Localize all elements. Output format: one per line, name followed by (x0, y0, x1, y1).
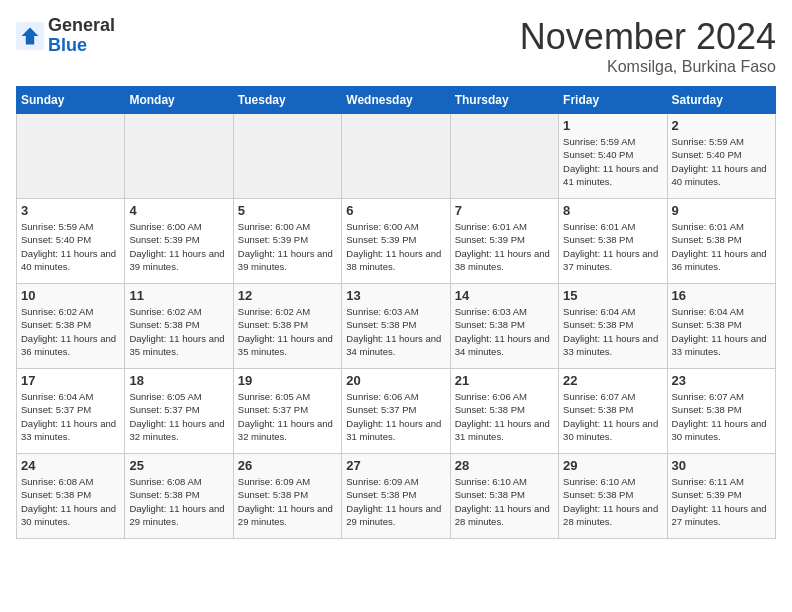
location: Komsilga, Burkina Faso (520, 58, 776, 76)
calendar-cell: 11Sunrise: 6:02 AM Sunset: 5:38 PM Dayli… (125, 284, 233, 369)
calendar-cell: 24Sunrise: 6:08 AM Sunset: 5:38 PM Dayli… (17, 454, 125, 539)
calendar-cell: 17Sunrise: 6:04 AM Sunset: 5:37 PM Dayli… (17, 369, 125, 454)
day-number: 24 (21, 458, 120, 473)
day-number: 4 (129, 203, 228, 218)
day-number: 28 (455, 458, 554, 473)
day-number: 15 (563, 288, 662, 303)
day-number: 19 (238, 373, 337, 388)
calendar-cell: 1Sunrise: 5:59 AM Sunset: 5:40 PM Daylig… (559, 114, 667, 199)
calendar-cell: 2Sunrise: 5:59 AM Sunset: 5:40 PM Daylig… (667, 114, 775, 199)
day-info: Sunrise: 6:02 AM Sunset: 5:38 PM Dayligh… (21, 305, 120, 358)
header-sunday: Sunday (17, 87, 125, 114)
calendar-cell: 9Sunrise: 6:01 AM Sunset: 5:38 PM Daylig… (667, 199, 775, 284)
header-saturday: Saturday (667, 87, 775, 114)
day-info: Sunrise: 6:00 AM Sunset: 5:39 PM Dayligh… (238, 220, 337, 273)
day-info: Sunrise: 6:08 AM Sunset: 5:38 PM Dayligh… (129, 475, 228, 528)
day-number: 26 (238, 458, 337, 473)
day-info: Sunrise: 5:59 AM Sunset: 5:40 PM Dayligh… (672, 135, 771, 188)
day-number: 11 (129, 288, 228, 303)
day-info: Sunrise: 6:06 AM Sunset: 5:38 PM Dayligh… (455, 390, 554, 443)
calendar-cell: 18Sunrise: 6:05 AM Sunset: 5:37 PM Dayli… (125, 369, 233, 454)
day-info: Sunrise: 6:03 AM Sunset: 5:38 PM Dayligh… (346, 305, 445, 358)
day-info: Sunrise: 6:08 AM Sunset: 5:38 PM Dayligh… (21, 475, 120, 528)
calendar-cell: 7Sunrise: 6:01 AM Sunset: 5:39 PM Daylig… (450, 199, 558, 284)
day-info: Sunrise: 6:05 AM Sunset: 5:37 PM Dayligh… (238, 390, 337, 443)
day-number: 5 (238, 203, 337, 218)
day-number: 22 (563, 373, 662, 388)
calendar-table: Sunday Monday Tuesday Wednesday Thursday… (16, 86, 776, 539)
header-row: Sunday Monday Tuesday Wednesday Thursday… (17, 87, 776, 114)
calendar-cell: 10Sunrise: 6:02 AM Sunset: 5:38 PM Dayli… (17, 284, 125, 369)
month-title: November 2024 (520, 16, 776, 58)
calendar-cell: 25Sunrise: 6:08 AM Sunset: 5:38 PM Dayli… (125, 454, 233, 539)
day-number: 14 (455, 288, 554, 303)
day-info: Sunrise: 6:03 AM Sunset: 5:38 PM Dayligh… (455, 305, 554, 358)
calendar-cell: 22Sunrise: 6:07 AM Sunset: 5:38 PM Dayli… (559, 369, 667, 454)
title-section: November 2024 Komsilga, Burkina Faso (520, 16, 776, 76)
day-number: 10 (21, 288, 120, 303)
calendar-body: 1Sunrise: 5:59 AM Sunset: 5:40 PM Daylig… (17, 114, 776, 539)
logo-general-text: General (48, 16, 115, 36)
day-number: 8 (563, 203, 662, 218)
logo: General Blue (16, 16, 115, 56)
calendar-cell: 5Sunrise: 6:00 AM Sunset: 5:39 PM Daylig… (233, 199, 341, 284)
logo-icon (16, 22, 44, 50)
page-header: General Blue November 2024 Komsilga, Bur… (16, 16, 776, 76)
header-wednesday: Wednesday (342, 87, 450, 114)
day-number: 13 (346, 288, 445, 303)
day-info: Sunrise: 6:07 AM Sunset: 5:38 PM Dayligh… (563, 390, 662, 443)
day-info: Sunrise: 6:09 AM Sunset: 5:38 PM Dayligh… (238, 475, 337, 528)
calendar-cell: 14Sunrise: 6:03 AM Sunset: 5:38 PM Dayli… (450, 284, 558, 369)
day-number: 3 (21, 203, 120, 218)
calendar-week-3: 10Sunrise: 6:02 AM Sunset: 5:38 PM Dayli… (17, 284, 776, 369)
day-number: 9 (672, 203, 771, 218)
calendar-cell: 13Sunrise: 6:03 AM Sunset: 5:38 PM Dayli… (342, 284, 450, 369)
calendar-week-1: 1Sunrise: 5:59 AM Sunset: 5:40 PM Daylig… (17, 114, 776, 199)
calendar-cell: 23Sunrise: 6:07 AM Sunset: 5:38 PM Dayli… (667, 369, 775, 454)
header-monday: Monday (125, 87, 233, 114)
day-info: Sunrise: 6:04 AM Sunset: 5:38 PM Dayligh… (672, 305, 771, 358)
day-info: Sunrise: 6:11 AM Sunset: 5:39 PM Dayligh… (672, 475, 771, 528)
calendar-week-4: 17Sunrise: 6:04 AM Sunset: 5:37 PM Dayli… (17, 369, 776, 454)
calendar-header: Sunday Monday Tuesday Wednesday Thursday… (17, 87, 776, 114)
header-tuesday: Tuesday (233, 87, 341, 114)
day-number: 2 (672, 118, 771, 133)
calendar-cell (125, 114, 233, 199)
calendar-cell: 16Sunrise: 6:04 AM Sunset: 5:38 PM Dayli… (667, 284, 775, 369)
day-info: Sunrise: 6:07 AM Sunset: 5:38 PM Dayligh… (672, 390, 771, 443)
day-info: Sunrise: 6:10 AM Sunset: 5:38 PM Dayligh… (455, 475, 554, 528)
calendar-cell: 21Sunrise: 6:06 AM Sunset: 5:38 PM Dayli… (450, 369, 558, 454)
calendar-cell: 30Sunrise: 6:11 AM Sunset: 5:39 PM Dayli… (667, 454, 775, 539)
day-info: Sunrise: 6:04 AM Sunset: 5:37 PM Dayligh… (21, 390, 120, 443)
day-number: 21 (455, 373, 554, 388)
day-number: 30 (672, 458, 771, 473)
day-info: Sunrise: 6:05 AM Sunset: 5:37 PM Dayligh… (129, 390, 228, 443)
day-number: 17 (21, 373, 120, 388)
day-number: 6 (346, 203, 445, 218)
calendar-cell: 3Sunrise: 5:59 AM Sunset: 5:40 PM Daylig… (17, 199, 125, 284)
calendar-cell: 29Sunrise: 6:10 AM Sunset: 5:38 PM Dayli… (559, 454, 667, 539)
day-info: Sunrise: 6:01 AM Sunset: 5:39 PM Dayligh… (455, 220, 554, 273)
day-info: Sunrise: 6:00 AM Sunset: 5:39 PM Dayligh… (129, 220, 228, 273)
day-info: Sunrise: 6:02 AM Sunset: 5:38 PM Dayligh… (238, 305, 337, 358)
day-number: 1 (563, 118, 662, 133)
header-thursday: Thursday (450, 87, 558, 114)
day-number: 29 (563, 458, 662, 473)
day-number: 12 (238, 288, 337, 303)
calendar-cell (17, 114, 125, 199)
calendar-cell: 12Sunrise: 6:02 AM Sunset: 5:38 PM Dayli… (233, 284, 341, 369)
day-info: Sunrise: 6:09 AM Sunset: 5:38 PM Dayligh… (346, 475, 445, 528)
calendar-cell (342, 114, 450, 199)
calendar-cell: 15Sunrise: 6:04 AM Sunset: 5:38 PM Dayli… (559, 284, 667, 369)
day-info: Sunrise: 5:59 AM Sunset: 5:40 PM Dayligh… (563, 135, 662, 188)
day-number: 7 (455, 203, 554, 218)
calendar-cell: 26Sunrise: 6:09 AM Sunset: 5:38 PM Dayli… (233, 454, 341, 539)
calendar-cell: 20Sunrise: 6:06 AM Sunset: 5:37 PM Dayli… (342, 369, 450, 454)
calendar-cell (450, 114, 558, 199)
calendar-week-5: 24Sunrise: 6:08 AM Sunset: 5:38 PM Dayli… (17, 454, 776, 539)
logo-blue-text: Blue (48, 36, 115, 56)
calendar-cell: 6Sunrise: 6:00 AM Sunset: 5:39 PM Daylig… (342, 199, 450, 284)
day-number: 18 (129, 373, 228, 388)
day-info: Sunrise: 5:59 AM Sunset: 5:40 PM Dayligh… (21, 220, 120, 273)
calendar-cell (233, 114, 341, 199)
